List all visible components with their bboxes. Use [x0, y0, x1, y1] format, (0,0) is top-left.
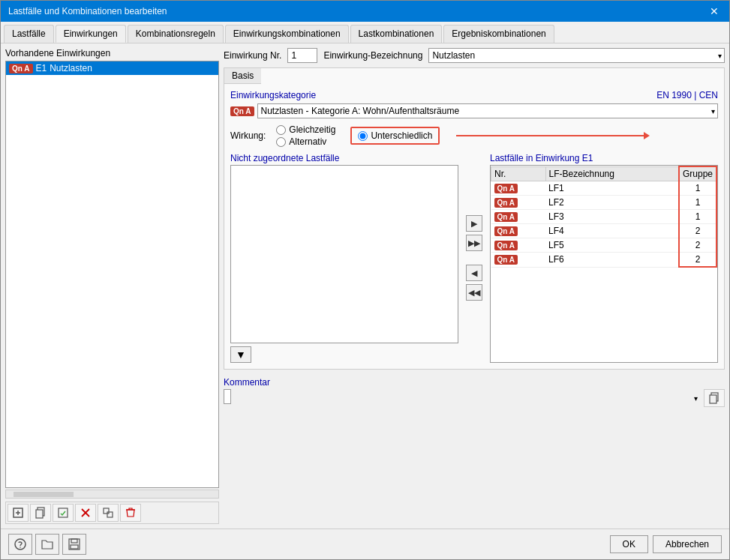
- basis-tab[interactable]: Basis: [224, 68, 261, 84]
- lf-badge-cell: Qn A: [491, 210, 546, 224]
- einwirkungen-list[interactable]: Qn A E1 Nutzlasten: [5, 61, 219, 488]
- col-bezeichnung: LF-Bezeichnung: [545, 166, 679, 181]
- lastfaelle-section: Nicht zugeordnete Lastfälle ▼ ▶ ▶▶ ◀: [230, 153, 718, 363]
- lf-name-cell: LF1: [545, 181, 679, 196]
- lf-gruppe-cell: 2: [679, 238, 716, 253]
- lf-gruppe-cell: 2: [679, 224, 716, 238]
- lf-row[interactable]: Qn A LF5 2: [491, 238, 717, 253]
- radio-alternativ-input[interactable]: [276, 137, 286, 147]
- close-button[interactable]: ✕: [707, 5, 722, 17]
- kommentar-copy-button[interactable]: [704, 389, 725, 407]
- lf-row[interactable]: Qn A LF3 1: [491, 210, 717, 224]
- lf-badge: Qn A: [494, 212, 518, 222]
- new-button[interactable]: [8, 504, 29, 522]
- radio-gleichzeitig-input[interactable]: [276, 125, 286, 135]
- item-label: Nutzlasten: [50, 63, 92, 73]
- lastfaelle-einwirkung-list[interactable]: Nr. LF-Bezeichnung Gruppe Qn A LF1 1: [490, 165, 718, 363]
- left-panel-toolbar: [5, 502, 219, 524]
- lf-badge-cell: Qn A: [491, 253, 546, 268]
- wirkung-row: Wirkung: Gleichzeitig Alternativ: [230, 124, 718, 147]
- tab-einwirkungskombinationen[interactable]: Einwirkungskombinationen: [225, 25, 349, 43]
- horizontal-scrollbar[interactable]: [5, 490, 219, 499]
- radio-gleichzeitig-label: Gleichzeitig: [289, 124, 335, 135]
- lf-gruppe-cell: 1: [679, 196, 716, 210]
- col-nr: Nr.: [491, 166, 546, 181]
- kategorie-badge: Qn A: [230, 106, 254, 116]
- radio-alternativ: Alternativ: [276, 136, 335, 147]
- svg-rect-17: [71, 545, 78, 549]
- col-gruppe: Gruppe: [679, 166, 716, 181]
- wirkung-radio-group: Gleichzeitig Alternativ: [276, 124, 335, 147]
- tab-bar: Lastfälle Einwirkungen Kombinationsregel…: [1, 22, 729, 43]
- cancel-button[interactable]: Abbrechen: [653, 535, 722, 553]
- filter-button[interactable]: ▼: [230, 346, 251, 363]
- radio-gleichzeitig: Gleichzeitig: [276, 124, 335, 135]
- basis-content: Einwirkungskategorie EN 1990 | CEN Qn A …: [224, 84, 724, 369]
- lf-row[interactable]: Qn A LF6 2: [491, 253, 717, 268]
- lf-badge: Qn A: [494, 241, 518, 250]
- svg-point-13: [15, 539, 26, 550]
- lf-row[interactable]: Qn A LF1 1: [491, 181, 717, 196]
- list-item[interactable]: Qn A E1 Nutzlasten: [6, 61, 218, 75]
- lf-row[interactable]: Qn A LF2 1: [491, 196, 717, 210]
- svg-rect-8: [104, 508, 109, 514]
- nr-input[interactable]: [287, 48, 317, 63]
- lf-gruppe-cell: 1: [679, 181, 716, 196]
- ok-button[interactable]: OK: [610, 535, 648, 553]
- move-right-all-button[interactable]: ▶▶: [466, 235, 482, 251]
- kommentar-select[interactable]: [224, 389, 231, 404]
- bottom-toolbar: [8, 534, 86, 555]
- title-bar: Lastfälle und Kombinationen bearbeiten ✕: [1, 1, 729, 22]
- lastfaelle-einwirkung-panel: Lastfälle in Einwirkung E1 Nr. LF-Bezeic…: [490, 153, 718, 363]
- copy-button[interactable]: [30, 504, 51, 522]
- item-badge: Qn A: [9, 64, 33, 73]
- delete-button[interactable]: [75, 504, 96, 522]
- move-right-button[interactable]: ▶: [466, 215, 482, 232]
- lf-badge: Qn A: [494, 198, 518, 208]
- save-button[interactable]: [53, 504, 74, 522]
- open-button[interactable]: [35, 534, 59, 555]
- kommentar-label: Kommentar: [224, 377, 725, 388]
- einwirkung-form-row: Einwirkung Nr. Einwirkung-Bezeichnung Nu…: [224, 48, 725, 63]
- kategorie-row: Qn A Nutzlasten - Kategorie A: Wohn/Aufe…: [230, 103, 718, 118]
- bezeichnung-label: Einwirkung-Bezeichnung: [323, 50, 422, 61]
- save-file-button[interactable]: [62, 534, 86, 555]
- arrow-panel: ▶ ▶▶ ◀ ◀◀: [463, 153, 485, 363]
- kategorie-label: Einwirkungskategorie: [230, 90, 316, 100]
- edit-button[interactable]: [98, 504, 119, 522]
- lf-gruppe-cell: 2: [679, 253, 716, 268]
- tab-lastkombinationen[interactable]: Lastkombinationen: [350, 25, 443, 43]
- window-title: Lastfälle und Kombinationen bearbeiten: [8, 6, 167, 16]
- tab-lastfaelle[interactable]: Lastfälle: [4, 25, 54, 43]
- lf-badge-cell: Qn A: [491, 238, 546, 253]
- nicht-zugeordnete-list[interactable]: [230, 165, 458, 343]
- move-left-button[interactable]: ◀: [466, 265, 482, 281]
- basis-panel: Basis Einwirkungskategorie EN 1990 | CEN…: [224, 67, 725, 370]
- radio-alternativ-label: Alternativ: [289, 136, 326, 147]
- svg-rect-4: [36, 510, 43, 518]
- tab-einwirkungen[interactable]: Einwirkungen: [56, 25, 126, 43]
- tab-ergebniskombinationen[interactable]: Ergebniskombinationen: [443, 25, 554, 43]
- nicht-zugeordnete-title: Nicht zugeordnete Lastfälle: [230, 153, 458, 163]
- tab-kombinationsregeln[interactable]: Kombinationsregeln: [128, 25, 224, 43]
- lf-name-cell: LF2: [545, 196, 679, 210]
- radio-unterschiedlich-label: Unterschiedlich: [371, 130, 432, 141]
- kommentar-section: Kommentar: [224, 377, 725, 407]
- nr-label: Einwirkung Nr.: [224, 50, 281, 61]
- right-panel: Einwirkung Nr. Einwirkung-Bezeichnung Nu…: [224, 48, 725, 524]
- lf-row[interactable]: Qn A LF4 2: [491, 224, 717, 238]
- lf-name-cell: LF5: [545, 238, 679, 253]
- lf-gruppe-cell: 1: [679, 210, 716, 224]
- bezeichnung-select[interactable]: Nutzlasten: [428, 48, 725, 63]
- kategorie-select[interactable]: Nutzlasten - Kategorie A: Wohn/Aufenthal…: [257, 103, 718, 118]
- help-button[interactable]: [8, 534, 32, 555]
- bottom-action-buttons: OK Abbrechen: [610, 535, 722, 553]
- main-window: Lastfälle und Kombinationen bearbeiten ✕…: [0, 0, 730, 560]
- lf-badge-cell: Qn A: [491, 224, 546, 238]
- move-left-all-button[interactable]: ◀◀: [466, 284, 482, 301]
- lf-badge: Qn A: [494, 255, 518, 265]
- remove-button[interactable]: [120, 504, 141, 522]
- svg-rect-5: [59, 508, 68, 517]
- kategorie-header: Einwirkungskategorie EN 1990 | CEN: [230, 90, 718, 100]
- radio-unterschiedlich-input[interactable]: [358, 131, 368, 141]
